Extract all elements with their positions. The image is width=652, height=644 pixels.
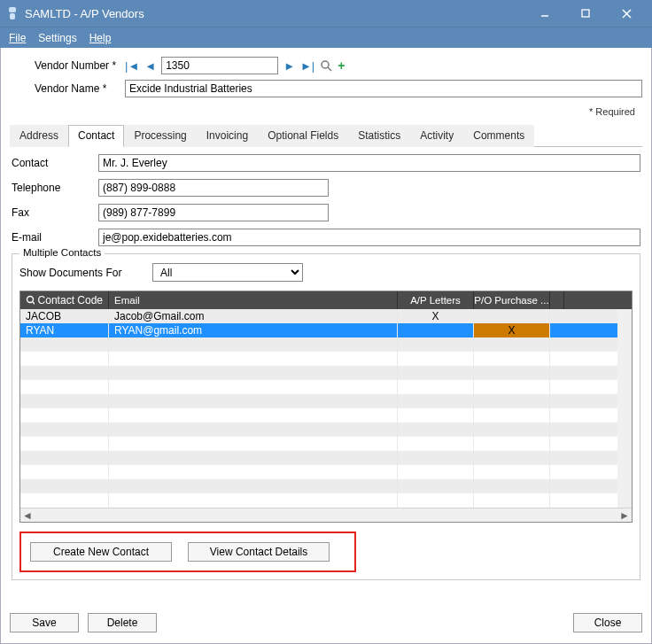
grid-body[interactable]: JACOBJacob@Gmail.comXRYANRYAN@gmail.comX xyxy=(20,309,617,508)
cell-ap xyxy=(398,352,474,366)
cell-email xyxy=(109,479,398,493)
close-page-button[interactable]: Close xyxy=(573,613,642,632)
maximize-button[interactable] xyxy=(565,0,606,27)
app-window: SAMLTD - A/P Vendors File Settings Help … xyxy=(0,0,652,644)
cell-ap xyxy=(398,323,474,338)
create-new-contact-button[interactable]: Create New Contact xyxy=(30,542,172,562)
table-row[interactable] xyxy=(20,380,617,394)
vendor-name-label: Vendor Name * xyxy=(10,82,125,95)
cell-ap xyxy=(398,408,474,423)
table-row[interactable] xyxy=(20,437,617,451)
svg-line-9 xyxy=(33,302,35,305)
telephone-input[interactable] xyxy=(98,179,329,197)
vendor-number-input[interactable] xyxy=(161,57,278,74)
tab-contact[interactable]: Contact xyxy=(68,125,124,147)
table-row[interactable] xyxy=(20,465,617,479)
cell-po xyxy=(474,352,550,366)
cell-code xyxy=(20,394,109,408)
show-documents-label: Show Documents For xyxy=(19,267,152,279)
footer-buttons: Save Delete Close xyxy=(10,613,642,632)
tab-activity[interactable]: Activity xyxy=(410,125,463,147)
table-row[interactable] xyxy=(20,479,617,493)
tab-strip: Address Contact Processing Invoicing Opt… xyxy=(10,124,642,147)
email-input[interactable] xyxy=(98,229,640,246)
svg-rect-1 xyxy=(10,13,15,19)
table-row[interactable] xyxy=(20,366,617,380)
cell-email: RYAN@gmail.com xyxy=(109,323,398,338)
minimize-button[interactable] xyxy=(524,0,565,27)
contact-buttons-highlight: Create New Contact View Contact Details xyxy=(19,531,356,572)
cell-ap xyxy=(398,380,474,394)
fax-input[interactable] xyxy=(98,204,329,221)
cell-code xyxy=(20,465,109,479)
vendor-name-row: Vendor Name * xyxy=(10,80,642,97)
cell-code xyxy=(20,408,109,423)
cell-ap xyxy=(398,493,474,508)
table-row[interactable]: RYANRYAN@gmail.comX xyxy=(20,323,617,338)
vendor-name-input[interactable] xyxy=(125,80,642,97)
save-button[interactable]: Save xyxy=(10,613,79,632)
table-row[interactable] xyxy=(20,352,617,366)
menu-settings[interactable]: Settings xyxy=(38,32,76,44)
grid-vertical-scrollbar[interactable] xyxy=(617,309,632,508)
contact-label: Contact xyxy=(12,157,98,169)
window-controls xyxy=(524,0,647,27)
table-row[interactable] xyxy=(20,423,617,437)
search-icon xyxy=(26,295,35,306)
scroll-right-icon[interactable]: ► xyxy=(617,508,632,523)
finder-icon[interactable] xyxy=(320,59,332,72)
table-row[interactable]: JACOBJacob@Gmail.comX xyxy=(20,309,617,323)
table-row[interactable] xyxy=(20,451,617,465)
tab-invoicing[interactable]: Invoicing xyxy=(197,125,258,147)
record-nav: |◄ ◄ ► ►| + xyxy=(125,57,345,74)
table-row[interactable] xyxy=(20,394,617,408)
cell-po xyxy=(474,309,550,323)
cell-email xyxy=(109,493,398,508)
scroll-left-icon[interactable]: ◄ xyxy=(20,508,35,523)
nav-prev-icon[interactable]: ◄ xyxy=(144,59,156,73)
menu-help[interactable]: Help xyxy=(89,32,112,44)
cell-po: X xyxy=(474,323,550,338)
view-contact-details-button[interactable]: View Contact Details xyxy=(188,542,330,562)
svg-rect-0 xyxy=(9,7,16,12)
cell-email: Jacob@Gmail.com xyxy=(109,309,398,323)
col-ap-letters[interactable]: A/P Letters xyxy=(398,291,474,309)
tab-optional-fields[interactable]: Optional Fields xyxy=(258,125,348,147)
cell-ap xyxy=(398,437,474,451)
col-po-purchase[interactable]: P/O Purchase ... xyxy=(474,291,550,309)
fax-label: Fax xyxy=(12,206,98,219)
delete-button[interactable]: Delete xyxy=(88,613,157,632)
nav-first-icon[interactable]: |◄ xyxy=(125,59,139,73)
tab-comments[interactable]: Comments xyxy=(463,125,534,147)
tab-address[interactable]: Address xyxy=(10,125,68,147)
nav-last-icon[interactable]: ►| xyxy=(300,59,314,73)
col-contact-code[interactable]: Contact Code xyxy=(20,291,109,309)
contact-pane: Contact Telephone Fax E-mail Multiple Co… xyxy=(10,147,642,582)
cell-ap xyxy=(398,366,474,380)
cell-email xyxy=(109,451,398,465)
menu-file[interactable]: File xyxy=(9,32,26,44)
contact-name-input[interactable] xyxy=(98,154,640,172)
cell-ap xyxy=(398,451,474,465)
cell-email xyxy=(109,338,398,352)
table-row[interactable] xyxy=(20,338,617,352)
show-documents-select[interactable]: All xyxy=(152,263,303,282)
cell-ap xyxy=(398,423,474,437)
cell-email xyxy=(109,394,398,408)
grid-horizontal-scrollbar[interactable]: ◄ ► xyxy=(20,508,632,522)
cell-po xyxy=(474,465,550,479)
new-record-icon[interactable]: + xyxy=(338,58,345,73)
col-email[interactable]: Email xyxy=(109,291,398,309)
nav-next-icon[interactable]: ► xyxy=(283,59,295,73)
tab-statistics[interactable]: Statistics xyxy=(348,125,410,147)
svg-point-6 xyxy=(322,61,329,68)
menu-bar: File Settings Help xyxy=(0,27,652,48)
cell-email xyxy=(109,465,398,479)
tab-processing[interactable]: Processing xyxy=(124,125,196,147)
table-row[interactable] xyxy=(20,493,617,508)
close-button[interactable] xyxy=(606,0,647,27)
svg-rect-3 xyxy=(582,10,589,17)
multiple-contacts-group: Multiple Contacts Show Documents For All… xyxy=(12,253,640,580)
cell-po xyxy=(474,437,550,451)
table-row[interactable] xyxy=(20,408,617,423)
